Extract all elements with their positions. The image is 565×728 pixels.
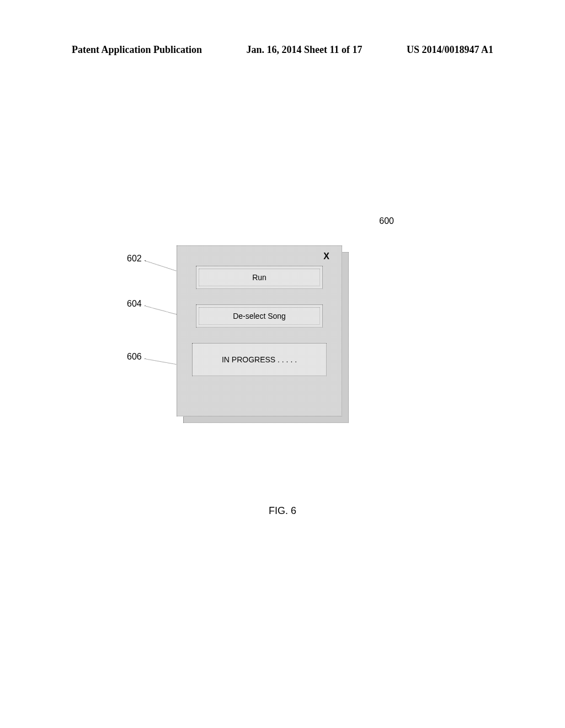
header-patent-number: US 2014/0018947 A1 (407, 44, 493, 56)
page-header: Patent Application Publication Jan. 16, … (0, 44, 565, 56)
header-publication: Patent Application Publication (72, 44, 202, 56)
figure-caption: FIG. 6 (0, 505, 565, 517)
panel-main: X Run De-select Song IN PROGRESS . . . .… (177, 245, 342, 416)
close-icon[interactable]: X (188, 251, 331, 261)
dialog-panel: X Run De-select Song IN PROGRESS . . . .… (177, 245, 342, 416)
run-button[interactable]: Run (196, 266, 323, 289)
lead-line-602 (145, 260, 182, 273)
callout-606: 606 (127, 352, 142, 362)
lead-line-604 (145, 306, 181, 316)
header-date-sheet: Jan. 16, 2014 Sheet 11 of 17 (246, 44, 362, 56)
figure-reference-600: 600 (379, 216, 394, 226)
in-progress-status: IN PROGRESS . . . . . (192, 343, 327, 376)
callout-602: 602 (127, 254, 142, 264)
deselect-song-button[interactable]: De-select Song (196, 304, 323, 328)
callout-604: 604 (127, 299, 142, 309)
